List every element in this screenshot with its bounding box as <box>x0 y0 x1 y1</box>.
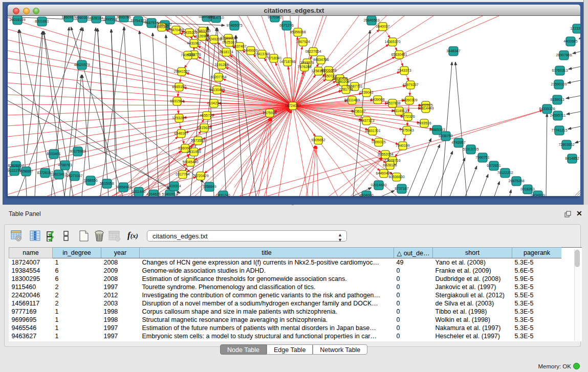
svg-text:1415618: 1415618 <box>197 126 211 129</box>
svg-text:4402685: 4402685 <box>563 39 577 43</box>
svg-text:1860913: 1860913 <box>61 16 75 19</box>
svg-text:77718341: 77718341 <box>266 56 281 60</box>
svg-text:76402067: 76402067 <box>335 80 351 83</box>
svg-text:86111489: 86111489 <box>344 98 360 102</box>
svg-text:3191284: 3191284 <box>214 63 228 67</box>
svg-text:8737167: 8737167 <box>395 187 408 190</box>
svg-text:14365370: 14365370 <box>384 40 400 43</box>
svg-text:6338750: 6338750 <box>439 134 452 138</box>
svg-text:97465075: 97465075 <box>226 24 242 27</box>
svg-text:72720429: 72720429 <box>192 174 208 178</box>
svg-text:65630481: 65630481 <box>391 53 407 56</box>
svg-text:07413748: 07413748 <box>254 52 270 56</box>
svg-text:21590109: 21590109 <box>551 82 567 86</box>
svg-text:8301661: 8301661 <box>35 19 49 23</box>
svg-text:6849340: 6849340 <box>155 25 168 29</box>
svg-text:26114913: 26114913 <box>391 109 407 113</box>
svg-text:7990751: 7990751 <box>475 156 489 159</box>
svg-text:4628194: 4628194 <box>89 16 103 20</box>
svg-text:85356068: 85356068 <box>290 30 306 34</box>
svg-text:4504000: 4504000 <box>359 193 373 196</box>
svg-text:77741215: 77741215 <box>551 128 567 132</box>
svg-text:17483380: 17483380 <box>194 29 210 33</box>
svg-text:80175989: 80175989 <box>70 149 85 153</box>
svg-text:60207764: 60207764 <box>210 75 226 79</box>
svg-text:1993518: 1993518 <box>103 17 117 21</box>
svg-text:0640037: 0640037 <box>376 25 389 28</box>
svg-text:7375043: 7375043 <box>400 128 413 132</box>
svg-text:4264628: 4264628 <box>146 192 160 196</box>
svg-text:9170342: 9170342 <box>268 16 281 19</box>
svg-text:7576283: 7576283 <box>297 65 311 69</box>
svg-text:4104234: 4104234 <box>207 101 221 105</box>
svg-text:82828807: 82828807 <box>8 164 24 167</box>
svg-text:4788783: 4788783 <box>58 163 72 167</box>
svg-text:41979237: 41979237 <box>402 83 418 86</box>
svg-text:56130445: 56130445 <box>209 88 225 92</box>
svg-text:6360607: 6360607 <box>178 146 192 150</box>
svg-text:84335326: 84335326 <box>539 107 555 111</box>
svg-text:97114710: 97114710 <box>208 16 224 19</box>
svg-text:04718746: 04718746 <box>279 60 295 63</box>
svg-text:48620579: 48620579 <box>74 63 90 67</box>
svg-text:70658948: 70658948 <box>115 185 131 189</box>
svg-text:2493516: 2493516 <box>417 121 431 125</box>
svg-text:4431982: 4431982 <box>187 41 201 45</box>
svg-text:6671276: 6671276 <box>279 24 293 27</box>
svg-text:57249208: 57249208 <box>206 37 222 41</box>
svg-text:61760313: 61760313 <box>552 69 568 72</box>
svg-text:0399315: 0399315 <box>372 140 385 144</box>
svg-text:0434839: 0434839 <box>531 193 545 196</box>
svg-text:6565150: 6565150 <box>172 85 186 89</box>
svg-text:64460495: 64460495 <box>376 171 391 175</box>
svg-text:1419314: 1419314 <box>167 184 181 188</box>
svg-text:9487574: 9487574 <box>144 21 158 25</box>
svg-text:38885393: 38885393 <box>429 128 445 132</box>
svg-text:72803852: 72803852 <box>558 143 574 146</box>
svg-text:5515058: 5515058 <box>100 182 114 185</box>
svg-text:0239042: 0239042 <box>359 91 373 94</box>
svg-text:51313735: 51313735 <box>463 147 478 151</box>
svg-text:6691564: 6691564 <box>170 99 184 103</box>
svg-text:28907866: 28907866 <box>556 53 572 57</box>
svg-text:1253287: 1253287 <box>172 116 186 120</box>
svg-text:8159013: 8159013 <box>550 98 564 101</box>
svg-text:13613412: 13613412 <box>51 172 67 176</box>
svg-text:3268656: 3268656 <box>83 179 97 182</box>
svg-text:9960308: 9960308 <box>75 16 89 19</box>
svg-text:02014620: 02014620 <box>371 183 386 187</box>
svg-text:26018159: 26018159 <box>9 18 25 21</box>
svg-text:29975288: 29975288 <box>508 179 524 183</box>
svg-text:09260309: 09260309 <box>401 98 417 102</box>
svg-text:5575918: 5575918 <box>263 111 276 115</box>
svg-text:8058887: 8058887 <box>19 169 33 173</box>
svg-text:6439008: 6439008 <box>371 98 384 101</box>
svg-text:26846563: 26846563 <box>363 18 379 22</box>
svg-text:29841537: 29841537 <box>173 70 189 73</box>
svg-text:3448347: 3448347 <box>446 49 460 53</box>
svg-text:7343373: 7343373 <box>397 69 411 72</box>
svg-text:0431955: 0431955 <box>187 150 201 154</box>
svg-text:0317764: 0317764 <box>176 172 189 176</box>
svg-text:4655721: 4655721 <box>200 114 213 117</box>
svg-text:82889093: 82889093 <box>220 36 236 40</box>
svg-text:2213878: 2213878 <box>300 61 314 64</box>
svg-text:93814449: 93814449 <box>418 106 433 110</box>
svg-text:4743957: 4743957 <box>451 141 465 144</box>
svg-text:1311440: 1311440 <box>132 190 146 193</box>
svg-text:24595711: 24595711 <box>550 114 566 117</box>
svg-text:6828126: 6828126 <box>383 163 397 167</box>
svg-text:8414852: 8414852 <box>565 157 579 160</box>
svg-text:6236107: 6236107 <box>352 110 365 113</box>
svg-text:54437323: 54437323 <box>358 119 374 122</box>
svg-text:74537838: 74537838 <box>384 101 400 105</box>
svg-text:51402614: 51402614 <box>162 192 178 196</box>
svg-text:0837407: 0837407 <box>232 45 246 48</box>
svg-text:13078716: 13078716 <box>384 159 400 162</box>
svg-text:1067924: 1067924 <box>296 40 310 43</box>
svg-text:44634786: 44634786 <box>313 58 329 61</box>
svg-text:8818174: 8818174 <box>219 50 233 54</box>
svg-text:7409319: 7409319 <box>181 53 194 57</box>
svg-text:9093786: 9093786 <box>117 16 130 19</box>
svg-text:79754323: 79754323 <box>130 19 146 23</box>
